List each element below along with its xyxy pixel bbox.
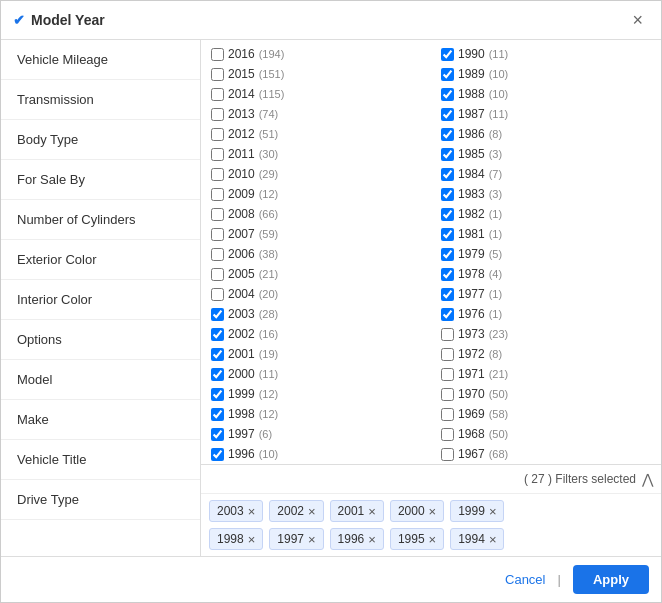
year-checkbox-1972[interactable] [441, 348, 454, 361]
filter-tag-remove-button[interactable]: × [429, 533, 437, 546]
filter-tag-label: 2000 [398, 504, 425, 518]
year-checkbox-1987[interactable] [441, 108, 454, 121]
sidebar-item-model[interactable]: Model [1, 360, 200, 400]
year-checkbox-1985[interactable] [441, 148, 454, 161]
year-checkbox-2012[interactable] [211, 128, 224, 141]
year-label: 1976 [458, 307, 485, 321]
filter-tags-row-1: 2003×2002×2001×2000×1999× [209, 500, 653, 522]
sidebar-item-transmission[interactable]: Transmission [1, 80, 200, 120]
filter-tag: 1999× [450, 500, 504, 522]
checkbox-row: 1984(7) [435, 164, 657, 184]
year-checkbox-2014[interactable] [211, 88, 224, 101]
filter-tag-remove-button[interactable]: × [368, 533, 376, 546]
year-checkbox-1989[interactable] [441, 68, 454, 81]
year-checkbox-2015[interactable] [211, 68, 224, 81]
checkbox-row: 1977(1) [435, 284, 657, 304]
apply-button[interactable]: Apply [573, 565, 649, 594]
year-checkbox-2011[interactable] [211, 148, 224, 161]
checkbox-row: 1971(21) [435, 364, 657, 384]
year-checkbox-1971[interactable] [441, 368, 454, 381]
checkbox-row: 2016(194) [205, 44, 427, 64]
content-area: 2016(194)2015(151)2014(115)2013(74)2012(… [201, 40, 661, 556]
sidebar-item-drive-type[interactable]: Drive Type [1, 480, 200, 520]
filter-tag-remove-button[interactable]: × [489, 505, 497, 518]
year-checkbox-1990[interactable] [441, 48, 454, 61]
sidebar-item-body-type[interactable]: Body Type [1, 120, 200, 160]
year-checkbox-1999[interactable] [211, 388, 224, 401]
footer-divider: | [557, 572, 560, 587]
filter-tag-remove-button[interactable]: × [308, 533, 316, 546]
checkbox-row: 2008(66) [205, 204, 427, 224]
year-checkbox-1968[interactable] [441, 428, 454, 441]
year-checkbox-2001[interactable] [211, 348, 224, 361]
year-label: 2002 [228, 327, 255, 341]
year-checkbox-2004[interactable] [211, 288, 224, 301]
sidebar-item-vehicle-mileage[interactable]: Vehicle Mileage [1, 40, 200, 80]
year-checkbox-2006[interactable] [211, 248, 224, 261]
year-checkbox-1969[interactable] [441, 408, 454, 421]
year-count: (3) [489, 148, 502, 160]
year-checkbox-2007[interactable] [211, 228, 224, 241]
year-count: (58) [489, 408, 509, 420]
filter-tag-remove-button[interactable]: × [489, 533, 497, 546]
checkbox-row: 1979(5) [435, 244, 657, 264]
year-checkbox-2002[interactable] [211, 328, 224, 341]
year-checkbox-1997[interactable] [211, 428, 224, 441]
filter-tag: 1997× [269, 528, 323, 550]
year-checkbox-1978[interactable] [441, 268, 454, 281]
sidebar-item-number-of-cylinders[interactable]: Number of Cylinders [1, 200, 200, 240]
year-checkbox-1983[interactable] [441, 188, 454, 201]
year-count: (5) [489, 248, 502, 260]
year-checkbox-2005[interactable] [211, 268, 224, 281]
year-checkbox-1977[interactable] [441, 288, 454, 301]
checkbox-row: 2005(21) [205, 264, 427, 284]
year-checkbox-2009[interactable] [211, 188, 224, 201]
sidebar-item-interior-color[interactable]: Interior Color [1, 280, 200, 320]
checkbox-row: 2011(30) [205, 144, 427, 164]
year-checkbox-1996[interactable] [211, 448, 224, 461]
close-button[interactable]: × [626, 9, 649, 31]
year-checkbox-2013[interactable] [211, 108, 224, 121]
sidebar-item-make[interactable]: Make [1, 400, 200, 440]
year-checkbox-2003[interactable] [211, 308, 224, 321]
year-checkbox-1973[interactable] [441, 328, 454, 341]
year-count: (19) [259, 348, 279, 360]
year-checkbox-1970[interactable] [441, 388, 454, 401]
year-checkbox-1981[interactable] [441, 228, 454, 241]
year-checkbox-2016[interactable] [211, 48, 224, 61]
modal-body: Vehicle MileageTransmissionBody TypeFor … [1, 40, 661, 556]
year-count: (50) [489, 428, 509, 440]
filter-tag-remove-button[interactable]: × [368, 505, 376, 518]
year-label: 1981 [458, 227, 485, 241]
sidebar-item-vehicle-title[interactable]: Vehicle Title [1, 440, 200, 480]
year-checkbox-1967[interactable] [441, 448, 454, 461]
checkbox-row: 2009(12) [205, 184, 427, 204]
filter-tag-remove-button[interactable]: × [248, 505, 256, 518]
checkbox-row: 1990(11) [435, 44, 657, 64]
filter-tag-label: 1995 [398, 532, 425, 546]
year-label: 1998 [228, 407, 255, 421]
year-checkbox-1998[interactable] [211, 408, 224, 421]
filter-tag-remove-button[interactable]: × [308, 505, 316, 518]
year-checkbox-1984[interactable] [441, 168, 454, 181]
checkboxes-scroll[interactable]: 2016(194)2015(151)2014(115)2013(74)2012(… [201, 40, 661, 464]
year-checkbox-1988[interactable] [441, 88, 454, 101]
sidebar-item-for-sale-by[interactable]: For Sale By [1, 160, 200, 200]
year-checkbox-1976[interactable] [441, 308, 454, 321]
collapse-filters-button[interactable]: ⋀ [642, 471, 653, 487]
cancel-button[interactable]: Cancel [505, 572, 545, 587]
sidebar-item-exterior-color[interactable]: Exterior Color [1, 240, 200, 280]
filter-tag: 2001× [330, 500, 384, 522]
filter-tag-remove-button[interactable]: × [248, 533, 256, 546]
filter-tag: 1998× [209, 528, 263, 550]
year-checkbox-2008[interactable] [211, 208, 224, 221]
year-count: (10) [489, 88, 509, 100]
filter-tag-remove-button[interactable]: × [429, 505, 437, 518]
year-checkbox-1982[interactable] [441, 208, 454, 221]
year-checkbox-1979[interactable] [441, 248, 454, 261]
year-checkbox-1986[interactable] [441, 128, 454, 141]
sidebar-item-options[interactable]: Options [1, 320, 200, 360]
year-checkbox-2010[interactable] [211, 168, 224, 181]
year-count: (21) [489, 368, 509, 380]
year-checkbox-2000[interactable] [211, 368, 224, 381]
